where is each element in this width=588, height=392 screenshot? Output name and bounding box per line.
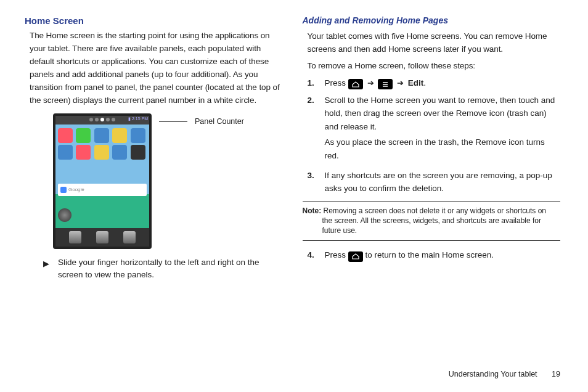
tablet-app-grid <box>55 125 149 162</box>
step-number: 3. <box>308 169 319 195</box>
step3-text: If any shortcuts are on the screen you a… <box>325 169 561 195</box>
note-block: Note: Removing a screen does not delete … <box>303 202 561 242</box>
step-2: 2. Scroll to the Home screen you want to… <box>308 94 561 165</box>
page-footer: Understanding Your tablet 19 <box>449 370 560 378</box>
search-placeholder: Google <box>68 187 84 192</box>
step2-p2: As you place the screen in the trash, th… <box>325 136 561 162</box>
note-label: Note: <box>303 206 322 215</box>
triangle-bullet-icon: ▶ <box>43 256 49 282</box>
steps-list-cont: 4. Press to return to the main Home scre… <box>308 248 561 262</box>
step-3: 3. If any shortcuts are on the screen yo… <box>308 169 561 195</box>
section-title-home-screen: Home Screen <box>25 15 283 26</box>
dock-apps-icon <box>96 231 108 243</box>
figure-panel-counter: ▮ 2:15 PM Google Panel Counter <box>53 113 283 249</box>
step4-rest: to return to the main Home screen. <box>365 250 494 259</box>
edit-label: Edit <box>408 78 424 88</box>
dock-web-icon <box>69 231 81 243</box>
callout-label: Panel Counter <box>195 117 244 126</box>
menu-button-icon <box>378 79 393 89</box>
callout-line <box>159 121 187 122</box>
note-rest: the screen. All the screens, widgets, an… <box>322 216 561 235</box>
steps-list: 1. Press ➔ ➔ Edit. 2. Scroll t <box>308 76 561 195</box>
page-number: 19 <box>552 370 560 378</box>
tablet-search-widget: Google <box>58 184 147 196</box>
step2-p1: Scroll to the Home screen you want to re… <box>325 94 561 134</box>
intro-p1: Your tablet comes with five Home screens… <box>308 30 561 56</box>
right-column: Adding and Removing Home Pages Your tabl… <box>303 15 561 282</box>
left-column: Home Screen The Home screen is the start… <box>25 15 283 282</box>
tablet-dock <box>55 228 149 247</box>
arrow-icon: ➔ <box>397 77 404 90</box>
step-1: 1. Press ➔ ➔ Edit. <box>308 76 561 90</box>
step-number: 2. <box>308 94 319 165</box>
step-number: 1. <box>308 76 319 90</box>
note-first-line: Removing a screen does not delete it or … <box>321 206 546 215</box>
bullet-text: Slide your finger horizontally to the le… <box>58 256 283 282</box>
tablet-screenshot: ▮ 2:15 PM Google <box>53 113 152 249</box>
google-icon <box>60 187 67 193</box>
step1-press: Press <box>325 78 348 88</box>
status-icons: ▮ 2:15 PM <box>128 116 148 121</box>
settings-gear-icon <box>58 208 71 222</box>
subsection-title-adding-removing: Adding and Removing Home Pages <box>303 15 561 25</box>
panel-counter-dots <box>89 118 115 121</box>
bullet-slide-finger: ▶ Slide your finger horizontally to the … <box>43 256 283 282</box>
period: . <box>423 78 426 88</box>
home-button-icon <box>348 79 363 89</box>
step-4: 4. Press to return to the main Home scre… <box>308 248 561 262</box>
step4-press: Press <box>325 250 348 259</box>
home-screen-intro: The Home screen is the starting point fo… <box>30 30 283 107</box>
tablet-statusbar: ▮ 2:15 PM <box>55 116 149 125</box>
footer-section: Understanding Your tablet <box>449 370 537 378</box>
dock-email-icon <box>123 231 136 243</box>
step-number: 4. <box>308 248 319 262</box>
home-button-icon <box>348 251 363 262</box>
arrow-icon: ➔ <box>367 77 374 90</box>
intro-p2: To remove a Home screen, follow these st… <box>308 60 561 73</box>
